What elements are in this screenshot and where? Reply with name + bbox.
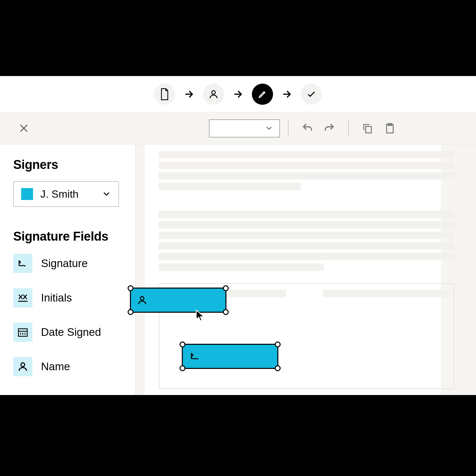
signers-heading: Signers [13, 158, 122, 172]
resize-handle[interactable] [275, 341, 281, 347]
field-label: Name [41, 360, 70, 373]
svg-rect-4 [19, 329, 27, 337]
placed-field-signature[interactable] [182, 344, 278, 369]
field-item-initials[interactable]: Initials [13, 287, 122, 308]
skeleton-line [159, 172, 455, 179]
close-button[interactable] [17, 122, 30, 135]
redo-button[interactable] [321, 120, 337, 137]
undo-icon [301, 122, 313, 134]
resize-handle[interactable] [128, 285, 134, 291]
paste-button[interactable] [381, 120, 398, 137]
arrow-icon [182, 89, 196, 100]
person-icon [137, 295, 147, 305]
skeleton-line [159, 242, 455, 250]
skeleton-line [159, 263, 324, 271]
field-label: Date Signed [41, 326, 101, 338]
signer-select[interactable]: J. Smith [13, 181, 119, 207]
person-icon [13, 357, 32, 376]
date-icon [13, 323, 32, 342]
field-item-signature[interactable]: Signature [13, 253, 122, 274]
check-icon [306, 89, 316, 99]
skeleton-line [159, 211, 455, 218]
skeleton-line [159, 151, 455, 158]
cursor-icon [195, 309, 206, 324]
toolbar-dropdown[interactable] [209, 119, 280, 138]
person-icon [208, 89, 219, 99]
step-recipients[interactable] [203, 84, 224, 105]
undo-button[interactable] [299, 120, 316, 137]
signature-icon [13, 254, 32, 273]
close-icon [19, 123, 29, 134]
svg-rect-1 [366, 126, 371, 133]
redo-icon [323, 122, 335, 134]
placed-field-name[interactable] [130, 288, 226, 313]
signature-fields-heading: Signature Fields [13, 229, 122, 244]
arrow-icon [231, 89, 245, 100]
svg-point-0 [212, 91, 216, 94]
signature-icon [189, 351, 202, 362]
signer-color-swatch [21, 188, 33, 200]
resize-handle[interactable] [179, 365, 185, 371]
resize-handle[interactable] [179, 341, 185, 347]
sidebar: Signers J. Smith Signature Fields Signat… [0, 144, 136, 395]
field-item-date-signed[interactable]: Date Signed [13, 322, 122, 343]
chevron-down-icon [102, 189, 111, 199]
svg-point-10 [140, 297, 144, 300]
step-fields-active[interactable] [252, 84, 273, 105]
clipboard-icon [384, 123, 395, 134]
copy-icon [362, 123, 373, 134]
signer-name: J. Smith [40, 188, 102, 200]
edit-icon [258, 89, 267, 99]
skeleton-line [159, 183, 301, 190]
initials-icon [13, 288, 32, 307]
resize-handle[interactable] [128, 309, 134, 315]
field-list: Signature Initials [13, 253, 122, 377]
stepper-bar [0, 76, 476, 112]
svg-point-9 [21, 363, 24, 367]
document-icon [160, 88, 170, 100]
divider [288, 120, 289, 136]
skeleton-line [323, 290, 449, 297]
chevron-down-icon [265, 124, 273, 133]
divider [348, 120, 349, 136]
arrow-icon [280, 89, 294, 100]
resize-handle[interactable] [275, 365, 281, 371]
skeleton-line [159, 162, 455, 169]
toolbar [0, 112, 476, 144]
step-document[interactable] [154, 84, 175, 105]
copy-button[interactable] [359, 120, 376, 137]
skeleton-line [159, 221, 455, 228]
skeleton-line [159, 232, 455, 239]
field-label: Initials [41, 292, 72, 304]
skeleton-line [159, 253, 455, 260]
resize-handle[interactable] [223, 285, 229, 291]
resize-handle[interactable] [223, 309, 229, 315]
field-item-name[interactable]: Name [13, 356, 122, 377]
step-review[interactable] [301, 84, 322, 105]
field-label: Signature [41, 257, 88, 270]
